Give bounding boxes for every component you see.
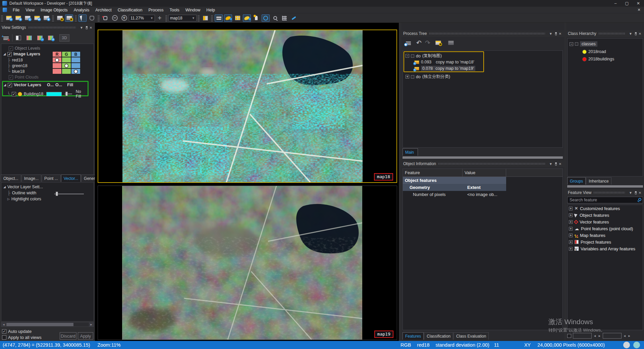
menu-analysis[interactable]: Analysis [71, 7, 93, 13]
expand-icon[interactable]: + [569, 234, 573, 237]
expander-icon[interactable]: ◢ [3, 185, 6, 189]
tree-vector-layer-settings[interactable]: ◢ Vector Layer Sett... [3, 185, 43, 189]
view-layer-gray-icon[interactable] [14, 34, 22, 42]
minimize-button[interactable]: – [610, 1, 621, 6]
checkbox-apply-all[interactable] [2, 335, 6, 340]
checkbox-image-layers[interactable]: ✓ [7, 52, 12, 56]
map19-view[interactable]: map19 [98, 186, 397, 340]
export-results-icon[interactable]: e [42, 14, 50, 22]
menu-process[interactable]: Process [145, 7, 166, 13]
pin-icon[interactable] [555, 32, 557, 35]
expand-icon[interactable]: + [569, 240, 573, 244]
tree-point-clouds[interactable]: ✓ Point Clouds [9, 75, 39, 80]
expand-icon[interactable]: + [569, 213, 573, 217]
column-header-value[interactable]: Value [463, 169, 506, 177]
checkbox-point-clouds[interactable]: ✓ [9, 75, 13, 80]
class-row-2018road[interactable]: 2018road [582, 49, 606, 54]
update-view-icon[interactable] [262, 14, 270, 22]
feature-map[interactable]: + Map features [568, 232, 643, 239]
feature-point-cloud[interactable]: + ☁ Point features (point cloud) [568, 225, 643, 232]
object-features-section-row[interactable]: Object features [403, 177, 562, 184]
pin-icon[interactable] [635, 32, 637, 35]
tree-image-layers[interactable]: ◢ ✓ Image Layers [3, 52, 40, 56]
slider-handle[interactable] [56, 192, 58, 196]
menu-help[interactable]: Help [203, 7, 218, 13]
split-window-icon[interactable] [233, 14, 241, 22]
auto-update-option[interactable]: ✓ Auto update [2, 329, 32, 334]
feature-customized[interactable]: + ✕ Customized features [568, 205, 643, 212]
tab-class-evaluation[interactable]: Class Evaluation [453, 332, 489, 340]
tree-layer-blue18[interactable]: └blue18 [7, 69, 24, 74]
class-row-2018buildings[interactable]: 2018buildings [582, 57, 614, 61]
blue18-g-cell[interactable] [62, 68, 71, 74]
pin-icon[interactable] [635, 191, 637, 194]
view-3d-button[interactable]: 3D [59, 34, 69, 42]
remove-layer-view-icon[interactable]: − [36, 34, 44, 42]
number-of-pixels-row[interactable]: Number of pixels <no image ob... [403, 191, 562, 198]
menu-classification[interactable]: Classification [115, 7, 146, 13]
tree-vector-layers[interactable]: ◢ ✓ Vector Layers O... O... Fill [4, 83, 73, 87]
scrollbar-thumb[interactable] [6, 323, 73, 326]
collapse-icon[interactable]: − [570, 42, 573, 46]
menu-architect[interactable]: Architect [92, 7, 115, 13]
red18-g-cell[interactable] [62, 57, 71, 63]
zoom-in-icon[interactable]: + [120, 14, 128, 22]
expand-icon[interactable]: + [569, 220, 573, 224]
process-checkbox[interactable] [411, 54, 414, 58]
zoom-fit-icon[interactable]: ✛ [156, 14, 164, 22]
checkbox-building18[interactable]: ✓ [12, 92, 16, 96]
menu-image-objects[interactable]: Image Objects [38, 7, 71, 13]
zoom-area-icon[interactable] [271, 14, 279, 22]
chevron-down-icon[interactable]: ▼ [628, 32, 633, 36]
tab-vector[interactable]: Vector... [61, 174, 81, 182]
workspace-window-icon[interactable]: ● [65, 14, 73, 22]
tree-layer-red18[interactable]: ├red18 [7, 58, 23, 62]
zoom-lock-icon[interactable]: ★ [101, 14, 109, 22]
map18-view[interactable]: map18 [98, 30, 397, 183]
undo-icon[interactable]: ↶ [416, 39, 422, 47]
discard-button[interactable]: Discard [60, 332, 76, 340]
feature-variables[interactable]: + V Variables and Array features [568, 245, 643, 252]
pan-hand-icon[interactable] [88, 14, 96, 22]
menu-file[interactable]: File [10, 7, 22, 13]
process-row-copy-map18[interactable]: 0.093 copy map to 'map18' [414, 60, 474, 64]
slider-handle[interactable] [65, 92, 68, 96]
chevron-down-icon[interactable]: ▼ [548, 162, 553, 166]
save-workspace-icon[interactable]: ↓ [23, 14, 32, 22]
maximize-button[interactable]: ▢ [621, 1, 633, 6]
pin-icon[interactable] [86, 26, 88, 29]
column-header-feature[interactable]: Feature [403, 169, 463, 177]
red18-r-cell[interactable] [52, 57, 62, 63]
tab-inheritance[interactable]: Inheritance [586, 177, 611, 185]
checkbox-auto-update[interactable]: ✓ [2, 329, 6, 334]
blue18-b-cell[interactable] [71, 68, 80, 74]
process-row-do-copy[interactable]: − do (复制地图) [406, 53, 442, 59]
feature-max-input[interactable] [603, 333, 622, 339]
tree-building18[interactable]: └ ✓ Building18 No Fill [7, 89, 88, 99]
delete-process-icon[interactable] [447, 39, 455, 47]
zoom-out-icon[interactable]: − [111, 14, 119, 22]
outline-width-slider[interactable] [54, 194, 84, 194]
spin-left-icon[interactable]: ◄ [623, 334, 626, 338]
tab-features[interactable]: Features [402, 332, 424, 340]
expand-icon[interactable]: + [569, 227, 573, 231]
open-workspace-icon[interactable]: o [14, 14, 22, 22]
chevron-down-icon[interactable]: ▼ [79, 26, 84, 30]
select-cursor-icon[interactable] [78, 14, 87, 22]
zoom-level-combo[interactable]: 11.27%▼ [129, 15, 155, 21]
apply-button[interactable]: Apply [78, 332, 93, 340]
close-icon[interactable]: ✕ [558, 32, 562, 36]
expand-icon[interactable]: + [569, 207, 573, 210]
outline-color-swatch-cyan[interactable] [46, 92, 62, 96]
execute-process-icon[interactable]: ● [434, 39, 442, 47]
view-layer-rgb-icon[interactable] [25, 34, 33, 42]
single-layer-view-icon[interactable] [215, 14, 223, 22]
outline-width-mini-slider[interactable] [65, 94, 72, 94]
red18-b-cell[interactable] [71, 57, 80, 63]
feature-project[interactable]: + Project features [568, 239, 643, 245]
process-scroll-strip[interactable] [402, 156, 563, 159]
process-row-do-segment[interactable]: + do (独立分割分类) [406, 74, 450, 80]
import-scene-icon[interactable]: ⇄ [33, 14, 41, 22]
feature-min-input[interactable] [573, 333, 592, 339]
load-image-icon[interactable]: ● [56, 14, 64, 22]
